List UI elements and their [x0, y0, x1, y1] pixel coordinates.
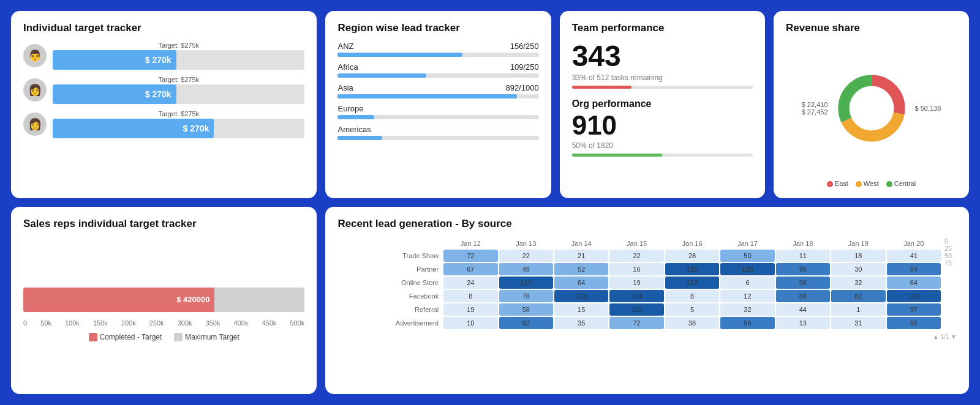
region-bar-bg	[337, 115, 538, 119]
revenue-legend: EastWestCentral	[786, 180, 957, 187]
region-tracker-title: Region wise lead tracker	[337, 22, 538, 34]
region-bar-fill	[337, 73, 426, 78]
tracker-row: 👩 Target: $275k $ 270k	[23, 76, 304, 104]
team-sub-text: 33% of 512 tasks remaining	[572, 73, 753, 82]
heatmap-table: Jan 12Jan 13Jan 14Jan 15Jan 16Jan 17Jan …	[337, 237, 942, 330]
heatmap-cell: 13	[776, 317, 830, 329]
revenue-right-labels: $ 50,138	[915, 105, 941, 112]
sales-legend: Completed - TargetMaximum Target	[23, 333, 304, 342]
region-row: Asia 892/1000	[337, 83, 538, 98]
revenue-share-title: Revenue share	[786, 22, 957, 34]
x-axis-label: 100k	[65, 319, 80, 327]
table-row: Referral19581513253244197	[339, 303, 941, 316]
region-bar-bg	[337, 136, 538, 140]
legend-item: West	[856, 180, 879, 187]
heatmap-cell: 52	[554, 263, 608, 275]
heatmap-cell: 22	[499, 250, 553, 262]
table-row: Partner67485216115120963084	[339, 263, 941, 275]
heatmap-cell: 16	[609, 263, 663, 275]
y-axis-label: 25	[944, 245, 957, 252]
heatmap-cell: 84	[887, 263, 941, 275]
revenue-right-label: $ 50,138	[915, 105, 941, 112]
row-label: Referral	[339, 303, 442, 316]
heatmap-cell: 120	[720, 263, 774, 275]
org-perf-title: Org performance	[572, 98, 753, 110]
heatmap-cell: 30	[831, 263, 885, 275]
heatmap-cell: 28	[665, 250, 719, 262]
bar-bg: $ 270k	[53, 84, 304, 104]
col-header: Jan 14	[554, 239, 608, 248]
bar-bg: $ 270k	[53, 119, 304, 138]
heatmap-cell: 24	[443, 277, 497, 289]
y-axis-label: 75	[944, 259, 957, 267]
heatmap-cell: 19	[443, 303, 497, 316]
heatmap-cell: 92	[499, 317, 553, 329]
heatmap-y-axis: 0255075	[942, 237, 957, 267]
heatmap-cell: 85	[887, 317, 941, 329]
x-axis-label: 400k	[234, 319, 249, 327]
heatmap-cell: 117	[499, 277, 553, 289]
sales-bar-wrap: $ 420000	[23, 285, 304, 314]
region-value: 156/250	[510, 42, 539, 51]
region-row: ANZ 156/250	[337, 42, 538, 57]
team-big-number: 343	[572, 42, 753, 71]
team-perf-title: Team performance	[572, 22, 753, 34]
row-label: Trade Show	[339, 250, 442, 262]
row-label: Partner	[339, 263, 442, 275]
region-bar-fill	[337, 53, 462, 57]
heatmap-corner	[339, 239, 442, 248]
heatmap-cell: 32	[720, 303, 774, 316]
x-axis-label: 350k	[206, 319, 221, 327]
row-label: Online Store	[339, 277, 442, 289]
avatar: 👩	[23, 113, 47, 136]
heatmap-cell: 123	[554, 290, 608, 302]
tracker-bar-wrap: Target: $275k $ 270k	[53, 42, 304, 70]
org-sub-text: 50% of 1820	[572, 141, 753, 150]
revenue-left-labels: $ 22,410 $ 27,452	[802, 101, 828, 116]
individual-tracker-title: Individual target tracker	[23, 22, 304, 34]
heatmap-cell: 35	[554, 317, 608, 329]
legend-item: Central	[886, 180, 916, 187]
tracker-bar-wrap: Target: $275k $ 270k	[53, 110, 304, 138]
heatmap-cell: 12	[720, 290, 774, 302]
heatmap-cell: 38	[665, 317, 719, 329]
heatmap-cell: 18	[831, 250, 885, 262]
col-header: Jan 17	[720, 239, 774, 248]
bar-bg: $ 270k	[53, 50, 304, 70]
x-axis-label: 300k	[178, 319, 192, 327]
table-row: Advertisement109235723888133185	[339, 317, 941, 329]
lead-generation-card: Recent lead generation - By source Jan 1…	[325, 207, 969, 394]
heatmap-cell: 58	[499, 303, 553, 316]
heatmap-cell: 41	[887, 250, 941, 262]
org-bar-fill	[572, 154, 663, 157]
heatmap-cell: 8	[443, 290, 497, 302]
region-wise-lead-tracker: Region wise lead tracker ANZ 156/250 Afr…	[325, 11, 551, 198]
y-axis-label: 50	[944, 252, 957, 259]
region-name: Asia	[337, 83, 353, 92]
sales-bar-gray	[214, 288, 304, 312]
avatar: 👨	[23, 44, 47, 67]
heatmap-cell: 97	[887, 303, 941, 316]
heatmap-cell: 82	[831, 290, 885, 302]
heatmap-cell: 67	[443, 263, 497, 275]
heatmap-cell: 72	[443, 250, 497, 262]
sales-legend-item: Maximum Target	[174, 333, 239, 342]
sales-reps-title: Sales reps individual target tracker	[23, 218, 304, 230]
region-bar-bg	[337, 94, 538, 98]
x-axis-label: 50k	[40, 319, 51, 327]
heatmap-cell: 88	[776, 290, 830, 302]
region-name: ANZ	[337, 42, 353, 51]
region-name: Africa	[337, 62, 358, 72]
heatmap-cell: 72	[609, 317, 663, 329]
region-bar-fill	[337, 136, 382, 140]
sales-reps-card: Sales reps individual target tracker $ 4…	[11, 207, 317, 394]
heatmap-cell: 6	[720, 277, 774, 289]
heatmap-cell: 96	[776, 263, 830, 275]
revenue-share-card: Revenue share $ 22,410 $ 27,452 $ 50,138	[774, 11, 969, 198]
revenue-label-bottom: $ 27,452	[802, 108, 828, 116]
org-big-number: 910	[572, 112, 753, 139]
pagination-nav[interactable]: ▲ 1/1 ▼	[933, 333, 957, 340]
heatmap-cell: 21	[554, 250, 608, 262]
heatmap-cell: 88	[720, 317, 774, 329]
heatmap-outer: Jan 12Jan 13Jan 14Jan 15Jan 16Jan 17Jan …	[337, 237, 957, 330]
